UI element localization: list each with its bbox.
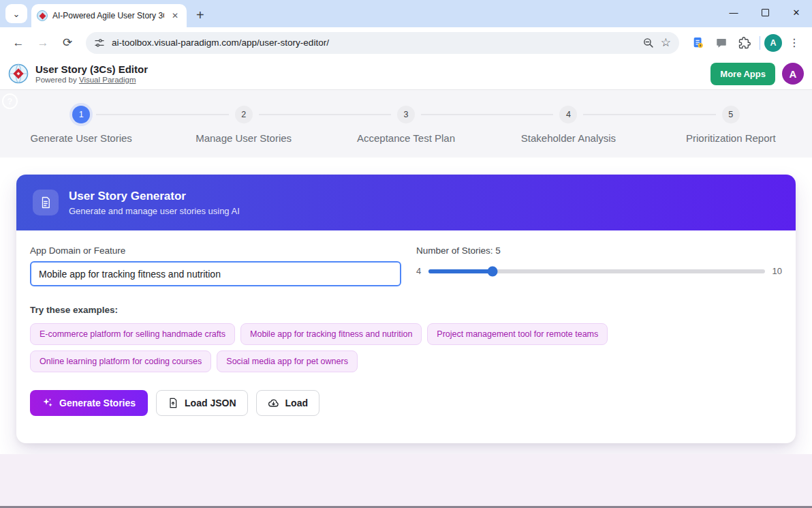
main-section: User Story Generator Generate and manage… xyxy=(0,158,812,454)
window-controls: — ✕ xyxy=(718,0,812,25)
step-number: 5 xyxy=(722,106,740,123)
new-tab-button[interactable]: + xyxy=(196,8,204,22)
load-button[interactable]: Load xyxy=(256,390,319,416)
browser-titlebar: ⌄ AI-Powered Agile User Story 3C ✕ + — ✕ xyxy=(0,0,812,27)
minimize-button[interactable]: — xyxy=(718,0,749,25)
load-label: Load xyxy=(285,398,308,408)
visual-paradigm-logo xyxy=(8,63,29,84)
domain-input[interactable] xyxy=(30,261,401,286)
stepper-section: ? 1 Generate User Stories 2 Manage User … xyxy=(0,90,812,158)
step-number: 3 xyxy=(397,106,415,123)
tab-search-button[interactable]: ⌄ xyxy=(5,4,27,23)
generate-stories-button[interactable]: Generate Stories xyxy=(30,390,148,416)
step-manage-user-stories[interactable]: 2 Manage User Stories xyxy=(162,106,324,144)
example-chip[interactable]: Mobile app for tracking fitness and nutr… xyxy=(240,323,422,345)
card-body: App Domain or Feature Number of Stories:… xyxy=(16,230,796,443)
step-generate-user-stories[interactable]: 1 Generate User Stories xyxy=(0,106,162,144)
example-chip[interactable]: Project management tool for remote teams xyxy=(427,323,608,345)
visual-paradigm-link[interactable]: Visual Paradigm xyxy=(79,76,136,84)
stepper: 1 Generate User Stories 2 Manage User St… xyxy=(0,106,812,144)
examples-label: Try these examples: xyxy=(30,305,782,315)
step-prioritization-report[interactable]: 5 Prioritization Report xyxy=(650,106,812,144)
browser-tab[interactable]: AI-Powered Agile User Story 3C ✕ xyxy=(31,4,187,27)
user-story-generator-card: User Story Generator Generate and manage… xyxy=(16,175,796,443)
powered-by: Powered by Visual Paradigm xyxy=(35,76,148,84)
banner-text: User Story Generator Generate and manage… xyxy=(69,190,240,216)
example-chip[interactable]: E-commerce platform for selling handmade… xyxy=(30,323,235,345)
maximize-button[interactable] xyxy=(749,0,781,25)
example-chips: E-commerce platform for selling handmade… xyxy=(30,323,782,372)
comment-icon[interactable] xyxy=(710,32,732,54)
docs-offline-icon[interactable] xyxy=(687,32,709,54)
chevron-down-icon: ⌄ xyxy=(13,9,20,19)
step-label: Prioritization Report xyxy=(650,132,812,144)
close-window-button[interactable]: ✕ xyxy=(781,0,812,25)
powered-by-prefix: Powered by xyxy=(35,76,77,84)
step-number: 4 xyxy=(559,106,577,123)
stories-field-group: Number of Stories: 5 4 10 xyxy=(416,245,782,276)
user-avatar[interactable]: A xyxy=(782,63,804,85)
app-header-right: More Apps A xyxy=(710,63,804,85)
slider-max-label: 10 xyxy=(772,266,782,276)
more-apps-button[interactable]: More Apps xyxy=(710,63,775,85)
browser-toolbar: ← → ⟳ ai-toolbox.visual-paradigm.com/app… xyxy=(0,27,812,58)
reload-button[interactable]: ⟳ xyxy=(56,31,79,55)
maximize-icon xyxy=(762,9,769,16)
step-label: Acceptance Test Plan xyxy=(325,132,487,144)
forward-button[interactable]: → xyxy=(31,31,54,55)
step-number: 1 xyxy=(72,106,90,123)
example-chip[interactable]: Online learning platform for coding cour… xyxy=(30,350,211,372)
document-icon xyxy=(33,190,59,215)
extensions-puzzle-icon[interactable] xyxy=(734,32,755,54)
page-footer-space xyxy=(0,454,812,508)
card-banner: User Story Generator Generate and manage… xyxy=(16,175,796,230)
step-number: 2 xyxy=(235,106,253,123)
step-label: Generate User Stories xyxy=(0,132,162,144)
slider-min-label: 4 xyxy=(416,266,421,276)
step-stakeholder-analysis[interactable]: 4 Stakeholder Analysis xyxy=(487,106,649,144)
tab-close-icon[interactable]: ✕ xyxy=(169,10,181,22)
domain-field-group: App Domain or Feature xyxy=(30,245,401,286)
form-row: App Domain or Feature Number of Stories:… xyxy=(30,245,782,286)
cloud-download-icon xyxy=(268,398,279,409)
stories-count-label: Number of Stories: 5 xyxy=(416,245,782,256)
action-buttons: Generate Stories Load JSON Load xyxy=(30,390,782,416)
file-upload-icon xyxy=(168,398,178,408)
browser-menu-kebab-icon[interactable]: ⋮ xyxy=(783,32,805,54)
app-header: User Story (3Cs) Editor Powered by Visua… xyxy=(0,58,812,90)
url-text[interactable]: ai-toolbox.visual-paradigm.com/app/user-… xyxy=(112,38,636,48)
example-chip[interactable]: Social media app for pet owners xyxy=(217,350,358,372)
site-settings-tune-icon[interactable] xyxy=(94,38,105,48)
app-title: User Story (3Cs) Editor xyxy=(35,63,148,76)
card-subtitle: Generate and manage user stories using A… xyxy=(69,206,240,216)
step-label: Manage User Stories xyxy=(162,132,324,144)
sparkles-icon xyxy=(42,398,53,408)
card-title: User Story Generator xyxy=(69,190,240,203)
address-bar[interactable]: ai-toolbox.visual-paradigm.com/app/user-… xyxy=(86,32,679,54)
load-json-label: Load JSON xyxy=(185,398,236,408)
zoom-out-icon[interactable] xyxy=(642,37,654,48)
load-json-button[interactable]: Load JSON xyxy=(156,390,247,416)
stories-slider[interactable] xyxy=(428,269,764,273)
bookmark-star-icon[interactable]: ☆ xyxy=(661,35,671,50)
toolbar-divider xyxy=(760,36,760,50)
stories-slider-row: 4 10 xyxy=(416,266,782,276)
tab-title: AI-Powered Agile User Story 3C xyxy=(52,11,164,20)
step-acceptance-test-plan[interactable]: 3 Acceptance Test Plan xyxy=(325,106,487,144)
domain-field-label: App Domain or Feature xyxy=(30,245,401,256)
slider-fill xyxy=(428,269,493,273)
back-button[interactable]: ← xyxy=(7,31,30,55)
step-label: Stakeholder Analysis xyxy=(487,132,649,144)
app-header-titles: User Story (3Cs) Editor Powered by Visua… xyxy=(35,63,148,84)
slider-thumb[interactable] xyxy=(487,266,497,276)
generate-stories-label: Generate Stories xyxy=(59,398,136,408)
visual-paradigm-favicon-icon xyxy=(37,10,48,21)
browser-profile-avatar[interactable]: A xyxy=(764,34,782,52)
